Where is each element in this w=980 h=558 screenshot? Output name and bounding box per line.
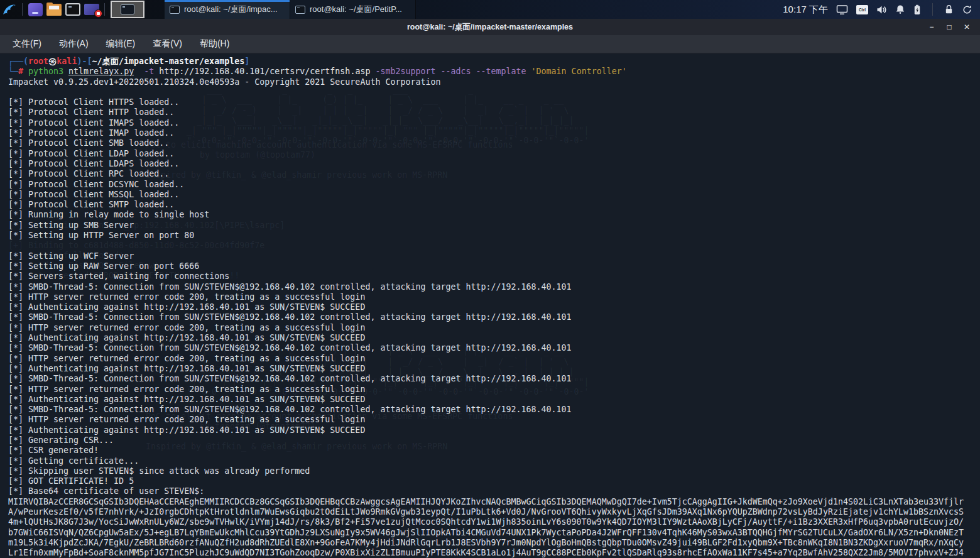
menu-edit[interactable]: 编辑(E) (97, 38, 144, 50)
terminal-window: root@kali: ~/桌面/impacket-master/examples… (0, 19, 980, 558)
terminal-window-icon (170, 6, 180, 14)
base64-certificate-output: MIIRVQIBAzCCER8GCSqGSIb3DQEHAaCCERAEghEM… (8, 497, 980, 558)
menu-actions[interactable]: 动作(A) (50, 38, 97, 50)
close-button[interactable]: ✕ (962, 19, 971, 35)
clock[interactable]: 10:17 下午 (783, 4, 828, 16)
prompt-user: root (28, 57, 48, 66)
prompt-frame: )-[ (77, 57, 92, 66)
command-name: python3 (28, 67, 63, 76)
power-logout-icon[interactable] (962, 4, 972, 15)
maximize-button[interactable]: □ (945, 19, 954, 35)
menu-help[interactable]: 帮助(H) (191, 38, 238, 50)
window-title: root@kali: ~/桌面/impacket-master/examples (0, 22, 980, 33)
prompt-frame: └─ (8, 67, 18, 76)
command-arg-t: -t (144, 67, 154, 76)
screen-recorder-button[interactable] (82, 0, 101, 19)
kali-menu-button[interactable] (0, 0, 19, 19)
command-flags: -smb2support --adcs --template (375, 67, 526, 76)
display-icon[interactable] (836, 4, 848, 15)
kali-dragon-icon (2, 2, 17, 17)
battery-icon[interactable] (913, 4, 921, 15)
panel-launchers (0, 0, 144, 19)
menubar: 文件(F) 动作(A) 编辑(E) 查看(V) 帮助(H) (0, 35, 980, 53)
volume-icon[interactable] (876, 5, 887, 14)
panel-separator (104, 3, 105, 16)
terminal-window-icon (295, 6, 305, 14)
keyboard-indicator-label: Ctrl (856, 5, 868, 14)
files-app-button[interactable] (26, 0, 45, 19)
prompt-hash: # (18, 67, 23, 76)
panel-separator (22, 3, 23, 16)
terminal-text-column: ┌──(root㉿kali)-[~/桌面/impacket-master/exa… (0, 53, 980, 558)
window-titlebar[interactable]: root@kali: ~/桌面/impacket-master/examples… (0, 19, 980, 35)
panel-separator (932, 3, 933, 16)
command-script: ntlmrelayx.py (68, 67, 134, 76)
terminal-icon (65, 3, 80, 16)
workspace-switcher[interactable] (111, 1, 144, 18)
prompt-line-2: └─#python3ntlmrelayx.py-thttp://192.168.… (8, 67, 980, 77)
terminal-viewport[interactable]: ___ _ _ _ ___ _ | _ \ ___ | |_ (_) | |_ … (0, 53, 980, 558)
lock-screen-icon[interactable] (944, 4, 954, 14)
prompt-at-symbol: ㉿ (48, 57, 57, 66)
taskbar-window-petitpotam[interactable]: root@kali: ~/桌面/PetitP... (290, 0, 416, 19)
taskbar: root@kali: ~/桌面/impac... root@kali: ~/桌面… (165, 0, 416, 19)
screen-recorder-icon (84, 4, 99, 15)
panel-tray: 10:17 下午 Ctrl (783, 0, 980, 19)
desktop: root@kali: ~/桌面/impac... root@kali: ~/桌面… (0, 0, 980, 558)
prompt-line-1: ┌──(root㉿kali)-[~/桌面/impacket-master/exa… (8, 57, 980, 67)
taskbar-window-impacket[interactable]: root@kali: ~/桌面/impac... (165, 0, 290, 19)
files-icon (28, 3, 43, 16)
window-controls: − □ ✕ (927, 19, 980, 35)
file-manager-button[interactable] (45, 0, 63, 19)
menu-view[interactable]: 查看(V) (144, 38, 191, 50)
prompt-path: ~/桌面/impacket-master/examples (92, 57, 244, 66)
menu-file[interactable]: 文件(F) (4, 38, 50, 50)
workspace-terminal-thumbnail (121, 4, 134, 14)
prompt-host: kali (57, 57, 77, 66)
top-panel: root@kali: ~/桌面/impac... root@kali: ~/桌面… (0, 0, 980, 19)
minimize-button[interactable]: − (927, 19, 936, 35)
keyboard-indicator-icon[interactable]: Ctrl (856, 5, 868, 14)
prompt-frame: ] (244, 57, 249, 66)
command-target-url: http://192.168.40.101/certsrv/certfnsh.a… (159, 67, 370, 76)
folder-icon (46, 4, 62, 16)
command-template-value: 'Domain Controller' (531, 67, 627, 76)
taskbar-window-label: root@kali: ~/桌面/impac... (184, 4, 278, 15)
terminal-app-button[interactable] (63, 0, 82, 19)
terminal-output: Impacket v0.9.25.dev1+20220501.210324.0e… (8, 77, 980, 497)
taskbar-window-label: root@kali: ~/桌面/PetitP... (310, 4, 402, 15)
prompt-frame: ┌──( (8, 57, 28, 66)
notifications-bell-icon[interactable] (895, 4, 905, 14)
